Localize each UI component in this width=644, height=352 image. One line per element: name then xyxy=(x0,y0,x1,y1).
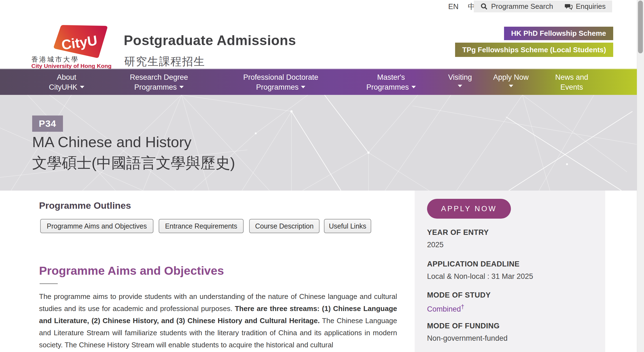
apply-now-button[interactable]: APPLY NOW xyxy=(427,199,511,219)
lang-en[interactable]: EN xyxy=(448,2,459,11)
tab-course-description[interactable]: Course Description xyxy=(249,219,320,233)
mode-of-study-link[interactable]: Combined xyxy=(427,305,461,313)
chevron-down-icon xyxy=(80,86,84,88)
programme-code-badge: P34 xyxy=(32,116,63,132)
nav-label: About xyxy=(57,73,76,81)
main-navigation: About CityUHK Research Degree Programmes… xyxy=(0,69,637,95)
nav-item-news-and-events[interactable]: News and Events xyxy=(555,72,588,92)
programme-title-zh: 文學碩士(中國語言文學與歷史) xyxy=(32,153,235,173)
field-label: MODE OF STUDY xyxy=(427,291,598,299)
enquiries-label: Enquiries xyxy=(576,2,606,11)
nav-item-research-degree-programmes[interactable]: Research Degree Programmes xyxy=(130,72,188,92)
nav-label: Events xyxy=(560,83,583,91)
section-heading: Programme Aims and Objectives xyxy=(39,264,224,277)
nav-label: Visiting xyxy=(448,73,472,81)
hero-banner: P34 MA Chinese and History 文學碩士(中國語言文學與歷… xyxy=(0,95,637,191)
mode-of-funding-field: MODE OF FUNDING Non-government-funded xyxy=(427,322,598,343)
nav-label: Apply Now xyxy=(493,73,529,81)
search-icon xyxy=(480,3,488,10)
programme-title: MA Chinese and History xyxy=(32,133,191,150)
hk-phd-fellowship-link[interactable]: HK PhD Fellowship Scheme xyxy=(504,27,613,40)
field-label: MODE OF FUNDING xyxy=(427,322,598,330)
nav-label: Programmes xyxy=(256,83,299,91)
field-value: Local & Non-local : 31 Mar 2025 xyxy=(427,272,598,281)
language-switcher: EN 中 xyxy=(448,2,475,12)
chevron-down-icon xyxy=(411,86,416,88)
chevron-down-icon xyxy=(301,86,306,88)
field-value: Non-government-funded xyxy=(427,334,598,343)
nav-label: CityUHK xyxy=(49,83,78,91)
nav-item-apply-now[interactable]: Apply Now xyxy=(493,72,529,87)
tab-useful-links[interactable]: Useful Links xyxy=(324,219,371,233)
chevron-down-icon xyxy=(179,86,184,88)
tpg-fellowships-link[interactable]: TPg Fellowships Scheme (Local Students) xyxy=(455,43,613,57)
tab-entrance-requirements[interactable]: Entrance Requirements xyxy=(159,219,244,233)
programme-outlines-heading: Programme Outlines xyxy=(39,200,131,211)
nav-label: Programmes xyxy=(134,83,177,91)
nav-label: News and xyxy=(555,73,588,81)
programme-search-label: Programme Search xyxy=(491,2,553,11)
nav-label: Professional Doctorate xyxy=(243,73,318,81)
page: EN 中 Programme Search Enquiries xyxy=(0,0,644,352)
chevron-down-icon xyxy=(458,85,462,87)
site-title-zh: 研究生課程招生 xyxy=(124,54,205,69)
tab-programme-aims-and-objectives[interactable]: Programme Aims and Objectives xyxy=(40,219,153,233)
programme-search-button[interactable]: Programme Search xyxy=(474,1,560,12)
enquiries-button[interactable]: Enquiries xyxy=(558,1,612,12)
site-title: Postgraduate Admissions xyxy=(124,32,296,48)
chat-icon xyxy=(565,3,573,10)
programme-description-paragraph: The programme aims to provide students w… xyxy=(39,290,397,351)
chevron-down-icon xyxy=(509,85,513,87)
application-deadline-field: APPLICATION DEADLINE Local & Non-local :… xyxy=(427,260,598,281)
logo-org-name-en: City University of Hong Kong xyxy=(31,63,112,69)
field-label: YEAR OF ENTRY xyxy=(427,228,598,237)
year-of-entry-field: YEAR OF ENTRY 2025 xyxy=(427,228,598,249)
nav-item-masters-programmes[interactable]: Master's Programmes xyxy=(366,72,416,92)
field-label: APPLICATION DEADLINE xyxy=(427,260,598,268)
field-value: 2025 xyxy=(427,241,598,249)
mode-of-study-field: MODE OF STUDY Combined† xyxy=(427,291,598,314)
nav-label: Master's xyxy=(377,73,405,81)
nav-label: Research Degree xyxy=(130,73,188,81)
dagger-footnote-mark: † xyxy=(461,303,464,310)
scrollbar-thumb[interactable] xyxy=(638,1,643,53)
nav-item-about-cityuhk[interactable]: About CityUHK xyxy=(49,72,84,92)
nav-item-visiting[interactable]: Visiting xyxy=(448,72,472,87)
section-divider xyxy=(40,283,58,284)
nav-item-professional-doctorate-programmes[interactable]: Professional Doctorate Programmes xyxy=(243,72,318,92)
nav-label: Programmes xyxy=(366,83,409,91)
